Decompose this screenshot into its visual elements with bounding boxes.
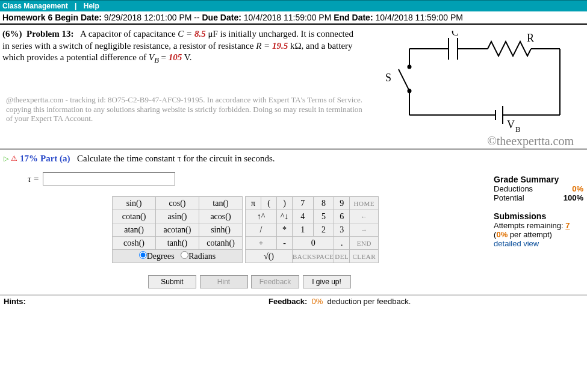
deductions-value: 0%: [572, 184, 583, 193]
watermark: ©theexpertta.com: [370, 134, 581, 148]
key-plus[interactable]: +: [246, 237, 277, 250]
nav-help[interactable]: Help: [84, 2, 99, 10]
key-asin[interactable]: asin(): [156, 210, 199, 223]
deductions-label: Deductions: [494, 184, 533, 193]
key-acotan[interactable]: acotan(): [156, 223, 199, 237]
radio-radians[interactable]: [181, 251, 188, 259]
key-sinh[interactable]: sinh(): [199, 223, 243, 237]
problem-number: Problem 13:: [26, 29, 73, 39]
grade-panel: Grade Summary Deductions 0% Potential 10…: [494, 172, 583, 292]
label-vsub: B: [515, 125, 521, 133]
svg-line-13: [399, 69, 409, 91]
detailed-view-link[interactable]: detailed view: [494, 239, 583, 248]
tracking-notice: @theexpertta.com - tracking id: 8O75-C2-…: [2, 65, 368, 128]
function-pad: sin() cos() tan() cotan() asin() acos() …: [112, 196, 243, 263]
key-div[interactable]: /: [246, 223, 277, 237]
grade-summary-header: Grade Summary: [494, 175, 583, 184]
key-cotan[interactable]: cotan(): [113, 210, 156, 223]
key-del[interactable]: DEL: [334, 250, 350, 263]
part-label: Part (a): [40, 154, 70, 164]
key-backspace[interactable]: BACKSPACE: [293, 250, 334, 263]
key-7[interactable]: 7: [293, 197, 314, 210]
giveup-button[interactable]: I give up!: [303, 275, 351, 288]
potential-label: Potential: [494, 193, 524, 202]
key-5[interactable]: 5: [313, 210, 334, 223]
answer-input[interactable]: [43, 172, 175, 185]
due-date: 10/4/2018 11:59:00 PM: [244, 13, 332, 22]
key-mul[interactable]: *: [277, 223, 293, 237]
key-pi[interactable]: π: [246, 197, 261, 210]
key-sqrt[interactable]: √(): [246, 250, 293, 263]
tau-label: τ =: [28, 174, 39, 184]
problem-percent: (6%): [2, 29, 22, 39]
submissions-header: Submissions: [494, 211, 583, 221]
begin-date: 9/29/2018 12:01:00 PM: [104, 13, 192, 22]
key-1[interactable]: 1: [293, 223, 314, 237]
label-c: C: [452, 31, 459, 38]
key-atan[interactable]: atan(): [113, 223, 156, 237]
mode-radians[interactable]: Radians: [181, 252, 216, 261]
nav-separator: |: [75, 2, 76, 10]
hint-button[interactable]: Hint: [200, 275, 248, 288]
part-percent: 17%: [20, 154, 38, 164]
key-down[interactable]: ^↓: [277, 210, 293, 223]
nav-class-management[interactable]: Class Management: [2, 2, 68, 10]
per-attempt: (0% per attempt): [494, 230, 583, 239]
key-dot[interactable]: .: [334, 237, 350, 250]
hw-label: Homework 6 Begin Date:: [2, 13, 102, 22]
submit-button[interactable]: Submit: [148, 275, 196, 288]
label-r: R: [527, 32, 534, 44]
key-4[interactable]: 4: [293, 210, 314, 223]
key-tanh[interactable]: tanh(): [156, 237, 199, 250]
end-label: End Date:: [334, 13, 373, 22]
key-lparen[interactable]: (: [261, 197, 277, 210]
key-acos[interactable]: acos(): [199, 210, 243, 223]
hints-label: Hints:: [0, 296, 265, 307]
warning-icon: ⚠: [11, 154, 17, 163]
key-cotanh[interactable]: cotanh(): [199, 237, 243, 250]
end-date: 10/4/2018 11:59:00 PM: [375, 13, 463, 22]
angle-mode-row: Degrees Radians: [113, 250, 243, 263]
key-end[interactable]: END: [350, 237, 379, 250]
circuit-diagram: C R S V B ©theexpertta.com: [370, 25, 587, 148]
key-cos[interactable]: cos(): [156, 197, 199, 210]
key-8[interactable]: 8: [313, 197, 334, 210]
feedback-info: Feedback: 0% deduction per feedback.: [265, 296, 414, 307]
key-right[interactable]: →: [350, 223, 379, 237]
label-s: S: [385, 72, 391, 84]
key-clear[interactable]: CLEAR: [350, 250, 379, 263]
key-home[interactable]: HOME: [350, 197, 379, 210]
key-minus[interactable]: -: [277, 237, 293, 250]
key-2[interactable]: 2: [313, 223, 334, 237]
key-tan[interactable]: tan(): [199, 197, 243, 210]
radio-degrees[interactable]: [139, 251, 147, 259]
numeric-pad: π ( ) 7 8 9 HOME ↑^ ^↓ 4 5 6 ← /: [245, 196, 379, 263]
key-cosh[interactable]: cosh(): [113, 237, 156, 250]
label-v: V: [507, 119, 515, 131]
feedback-button[interactable]: Feedback: [251, 275, 299, 288]
key-0[interactable]: 0: [293, 237, 334, 250]
key-rparen[interactable]: ): [277, 197, 293, 210]
action-buttons: Submit Hint Feedback I give up!: [148, 275, 494, 288]
nav-bar: Class Management | Help: [0, 0, 587, 11]
key-3[interactable]: 3: [334, 223, 350, 237]
part-text: Calculate the time constant τ for the ci…: [77, 154, 275, 164]
play-icon: ▷: [4, 155, 8, 163]
part-header: ▷ ⚠ 17% Part (a) Calculate the time cons…: [0, 149, 587, 167]
key-sin[interactable]: sin(): [113, 197, 156, 210]
key-6[interactable]: 6: [334, 210, 350, 223]
date-bar: Homework 6 Begin Date: 9/29/2018 12:01:0…: [0, 11, 587, 25]
key-left[interactable]: ←: [350, 210, 379, 223]
mode-degrees[interactable]: Degrees: [139, 252, 175, 261]
key-9[interactable]: 9: [334, 197, 350, 210]
problem-statement: (6%) Problem 13: A capacitor of capacita…: [2, 28, 358, 65]
due-label: Due Date:: [202, 13, 241, 22]
key-up[interactable]: ↑^: [246, 210, 277, 223]
potential-value: 100%: [564, 193, 583, 202]
attempts-remaining: Attempts remaining: 7: [494, 221, 583, 230]
